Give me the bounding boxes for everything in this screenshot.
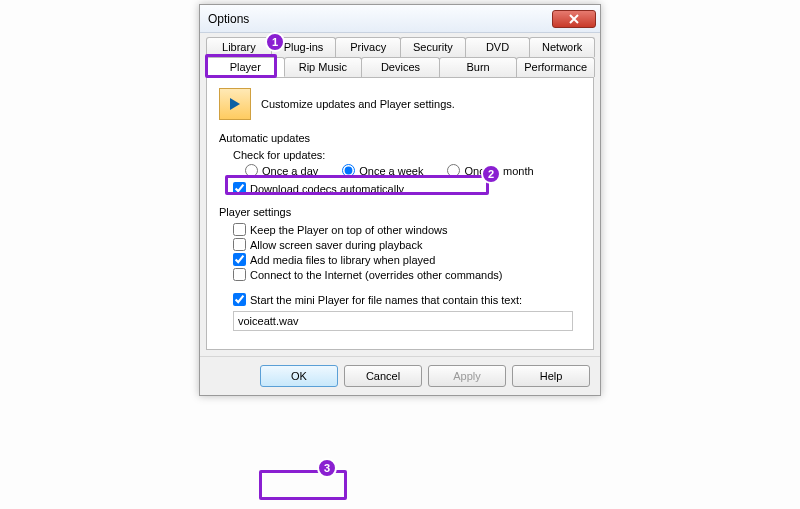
wmp-icon — [219, 88, 251, 120]
group-title-auto: Automatic updates — [219, 132, 581, 144]
annotation-badge-3: 3 — [317, 458, 337, 478]
help-button[interactable]: Help — [512, 365, 590, 387]
tab-library[interactable]: Library — [206, 37, 272, 57]
checkbox-connect-internet[interactable]: Connect to the Internet (overrides other… — [233, 268, 503, 281]
close-icon — [569, 14, 579, 24]
window-title: Options — [208, 12, 552, 26]
player-pane: Customize updates and Player settings. A… — [206, 77, 594, 350]
tab-performance[interactable]: Performance — [516, 57, 595, 77]
tab-burn[interactable]: Burn — [439, 57, 518, 77]
tab-player[interactable]: Player — [206, 57, 285, 77]
options-dialog: Options Library Plug-ins Privacy Securit… — [199, 4, 601, 396]
tab-plugins[interactable]: Plug-ins — [271, 37, 337, 57]
close-button[interactable] — [552, 10, 596, 28]
radio-once-week[interactable]: Once a week — [342, 164, 423, 177]
button-bar: OK Cancel Apply Help — [200, 356, 600, 395]
intro-text: Customize updates and Player settings. — [261, 98, 455, 110]
checkbox-download-codecs[interactable]: Download codecs automatically — [233, 182, 404, 195]
tab-privacy[interactable]: Privacy — [335, 37, 401, 57]
checkbox-mini-player[interactable]: Start the mini Player for file names tha… — [233, 293, 522, 306]
mini-player-text-input[interactable] — [233, 311, 573, 331]
highlight-ok-button — [259, 470, 347, 500]
cancel-button[interactable]: Cancel — [344, 365, 422, 387]
tab-devices[interactable]: Devices — [361, 57, 440, 77]
ok-button[interactable]: OK — [260, 365, 338, 387]
group-automatic-updates: Automatic updates Check for updates: Onc… — [219, 132, 581, 196]
checkbox-add-to-library[interactable]: Add media files to library when played — [233, 253, 435, 266]
tabstrip: Library Plug-ins Privacy Security DVD Ne… — [200, 33, 600, 77]
titlebar: Options — [200, 5, 600, 33]
tab-dvd[interactable]: DVD — [465, 37, 531, 57]
group-title-player: Player settings — [219, 206, 581, 218]
radio-once-month[interactable]: Once a month — [447, 164, 533, 177]
tab-rip-music[interactable]: Rip Music — [284, 57, 363, 77]
tab-network[interactable]: Network — [529, 37, 595, 57]
checkbox-keep-on-top[interactable]: Keep the Player on top of other windows — [233, 223, 448, 236]
group-player-settings: Player settings Keep the Player on top o… — [219, 206, 581, 331]
apply-button[interactable]: Apply — [428, 365, 506, 387]
check-updates-label: Check for updates: — [219, 148, 581, 162]
tab-security[interactable]: Security — [400, 37, 466, 57]
checkbox-screensaver[interactable]: Allow screen saver during playback — [233, 238, 422, 251]
radio-once-day[interactable]: Once a day — [245, 164, 318, 177]
